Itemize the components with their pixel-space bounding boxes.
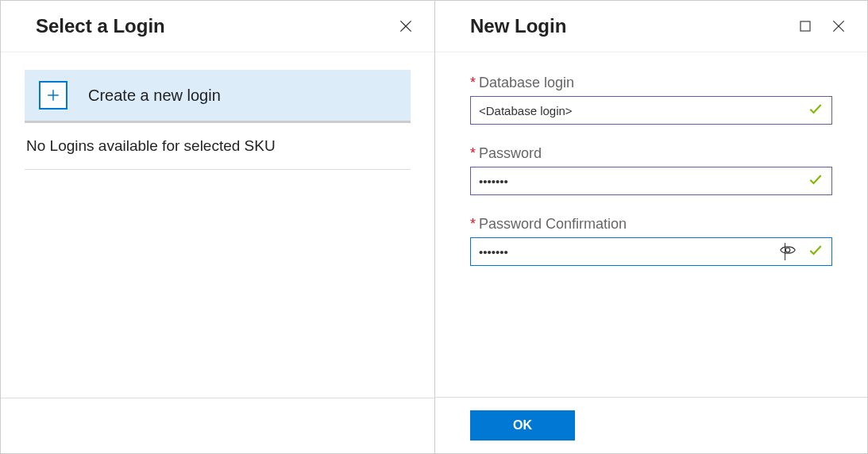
svg-point-1 [785, 248, 790, 252]
checkmark-icon [808, 242, 824, 261]
maximize-icon[interactable] [796, 17, 815, 36]
checkmark-icon [808, 101, 824, 120]
required-star-icon: * [470, 145, 476, 161]
create-login-label: Create a new login [88, 87, 221, 105]
required-star-icon: * [470, 75, 476, 90]
database-login-input[interactable] [479, 104, 808, 117]
plus-icon [39, 81, 68, 110]
ok-button[interactable]: OK [470, 410, 575, 441]
database-login-label: *Database login [470, 75, 832, 91]
svg-rect-0 [800, 21, 810, 31]
no-logins-message: No Logins available for selected SKU [25, 123, 411, 170]
password-label: *Password [470, 145, 832, 162]
create-new-login-button[interactable]: Create a new login [25, 70, 411, 123]
required-star-icon: * [470, 216, 476, 232]
new-login-title: New Login [470, 15, 566, 37]
close-icon[interactable] [829, 17, 848, 36]
eye-icon[interactable] [779, 241, 797, 262]
close-icon[interactable] [396, 17, 415, 36]
password-input[interactable] [479, 175, 808, 188]
password-confirmation-label: *Password Confirmation [470, 216, 832, 233]
checkmark-icon [808, 171, 824, 190]
select-login-title: Select a Login [36, 15, 165, 37]
password-confirmation-input[interactable] [479, 245, 779, 259]
